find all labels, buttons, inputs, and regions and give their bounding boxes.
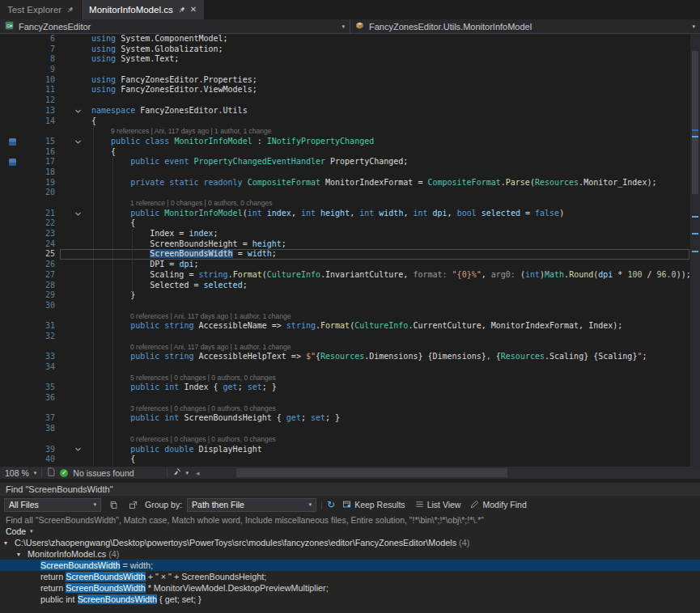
- match-context: + " × " + ScreenBoundsHeight;: [146, 572, 267, 581]
- group-label: C:\Users\zhaopengwang\Desktop\powertoys\…: [15, 538, 456, 547]
- copy-icon[interactable]: [106, 498, 121, 512]
- code-text: public int ScreenBoundsHeight { get; set…: [86, 413, 689, 424]
- scope-dropdown[interactable]: All Files ▾: [4, 498, 101, 512]
- navigation-bar: C# FancyZonesEditor ▾ FancyZonesEditor.U…: [0, 19, 700, 34]
- csharp-project-icon: C#: [5, 21, 14, 32]
- scroll-left-arrow-icon[interactable]: ◂: [193, 469, 202, 477]
- glyph-margin: [0, 75, 24, 86]
- list-view-icon: [415, 500, 424, 510]
- fold-margin: [60, 454, 86, 465]
- indent-guide: [132, 230, 133, 302]
- expander-icon[interactable]: ▾: [17, 551, 28, 558]
- code-editor[interactable]: 6using System.ComponentModel;7using Syst…: [0, 34, 689, 467]
- project-dropdown[interactable]: C# FancyZonesEditor ▾: [0, 19, 350, 33]
- scrollbar-thumb[interactable]: [692, 51, 698, 194]
- expander-icon[interactable]: ▾: [4, 539, 15, 547]
- line-number: [24, 198, 60, 209]
- glyph-margin: [0, 352, 24, 362]
- line-number: 21: [24, 209, 60, 219]
- codelens-text[interactable]: 5 references | 0 changes | 0 authors, 0 …: [86, 373, 689, 383]
- horizontal-scrollbar[interactable]: [207, 467, 700, 479]
- fold-margin: [60, 85, 86, 95]
- margin-indicator-icon[interactable]: [9, 159, 16, 166]
- fold-margin: [60, 424, 86, 434]
- results-tree[interactable]: ▾C:\Users\zhaopengwang\Desktop\powertoys…: [0, 537, 700, 613]
- codelens-text[interactable]: 0 references | Ani, 117 days ago | 1 aut…: [86, 311, 689, 322]
- codelens-text[interactable]: 0 references | Ani, 117 days ago | 1 aut…: [86, 342, 689, 353]
- groupby-dropdown[interactable]: Path then File ▾: [187, 498, 316, 512]
- modify-find-button[interactable]: Modify Find: [468, 498, 528, 512]
- fold-chevron-icon[interactable]: [60, 137, 86, 147]
- glyph-margin: [0, 188, 24, 198]
- type-dropdown[interactable]: FancyZonesEditor.Utils.MonitorInfoModel …: [350, 19, 700, 33]
- tab-test-explorer[interactable]: Test Explorer: [0, 0, 82, 19]
- result-match-row[interactable]: ScreenBoundsWidth = width;: [0, 560, 700, 571]
- fold-chevron-icon[interactable]: [60, 209, 86, 219]
- result-match-row[interactable]: public int ScreenBoundsWidth { get; set;…: [0, 594, 700, 605]
- code-text: [86, 362, 689, 373]
- code-text: public MonitorInfoModel(int index, int h…: [86, 209, 689, 219]
- search-result-mark: [692, 136, 698, 137]
- export-icon[interactable]: [125, 498, 140, 512]
- line-number: 8: [24, 54, 60, 65]
- editor-scrollbar[interactable]: [689, 34, 700, 467]
- code-text: using System.Globalization;: [86, 44, 689, 55]
- document-health-icon[interactable]: [47, 467, 55, 478]
- pin-icon[interactable]: [178, 6, 185, 14]
- code-text: public string AccessibleName => string.F…: [86, 321, 689, 332]
- codelens-text[interactable]: 3 references | 0 changes | 0 authors, 0 …: [86, 404, 689, 414]
- chevron-down-icon[interactable]: ▾: [692, 23, 695, 30]
- code-line: 7using System.Globalization;: [0, 44, 689, 55]
- refresh-icon[interactable]: ↻: [327, 500, 335, 509]
- close-icon[interactable]: ✕: [190, 6, 197, 14]
- codelens-text[interactable]: 0 references | 0 changes | 0 authors, 0 …: [86, 434, 689, 445]
- chevron-down-icon[interactable]: ▾: [34, 470, 37, 476]
- match-highlight: ScreenBoundsWidth: [40, 560, 120, 570]
- margin-indicator-icon[interactable]: [9, 138, 16, 146]
- fold-margin: [60, 126, 86, 137]
- code-text: using FancyZonesEditor.ViewModels;: [86, 85, 689, 95]
- codelens-row: 5 references | 0 changes | 0 authors, 0 …: [0, 373, 689, 383]
- health-status-text[interactable]: No issues found: [73, 468, 134, 478]
- glyph-margin: [0, 239, 24, 250]
- scope-value: All Files: [9, 500, 39, 509]
- result-match-row[interactable]: return ScreenBoundsWidth + " × " + Scree…: [0, 571, 700, 582]
- glyph-margin: [0, 424, 24, 434]
- match-highlight: ScreenBoundsWidth: [66, 583, 145, 593]
- glyph-margin: [0, 209, 24, 219]
- codelens-text[interactable]: 1 reference | 0 changes | 0 authors, 0 c…: [86, 198, 689, 209]
- fold-margin: [60, 116, 86, 127]
- code-text: [86, 65, 689, 75]
- glyph-margin: [0, 290, 24, 301]
- codelens-text[interactable]: 9 references | Ani, 117 days ago | 1 aut…: [86, 126, 689, 137]
- glyph-margin: [0, 321, 24, 332]
- zoom-level[interactable]: 108 %: [5, 468, 29, 478]
- glyph-margin: [0, 260, 24, 270]
- pin-icon[interactable]: [66, 6, 74, 14]
- results-filter-dropdown[interactable]: Code ▾: [0, 526, 700, 537]
- glyph-margin: [0, 434, 24, 445]
- code-text: [86, 332, 689, 342]
- result-group-row[interactable]: ▾MonitorInfoModel.cs (4): [0, 548, 700, 560]
- code-line: 34: [0, 362, 689, 373]
- chevron-down-icon[interactable]: ▾: [186, 470, 189, 476]
- indent-guide: [93, 126, 94, 466]
- tab-monitorinfomodel[interactable]: MonitorInfoModel.cs ✕: [82, 0, 204, 19]
- keep-results-toggle[interactable]: Keep Results: [340, 498, 407, 512]
- result-group-row[interactable]: ▾C:\Users\zhaopengwang\Desktop\powertoys…: [0, 537, 700, 548]
- fold-chevron-icon[interactable]: [60, 106, 86, 116]
- modify-find-icon: [470, 500, 479, 510]
- line-number: [24, 434, 60, 445]
- code-cleanup-broom-icon[interactable]: [172, 467, 181, 478]
- result-match-row[interactable]: return ScreenBoundsWidth * MonitorViewMo…: [0, 582, 700, 594]
- find-panel-title[interactable]: Find "ScreenBoundsWidth": [0, 483, 700, 496]
- glyph-margin: [0, 34, 24, 44]
- code-line: 29 }: [0, 290, 689, 301]
- fold-margin: [60, 65, 86, 75]
- list-view-toggle[interactable]: List View: [413, 498, 464, 512]
- scrollbar-thumb[interactable]: [236, 468, 507, 477]
- fold-chevron-icon[interactable]: [60, 445, 86, 455]
- chevron-down-icon[interactable]: ▾: [342, 23, 345, 30]
- glyph-margin: [0, 85, 24, 95]
- code-line: 18: [0, 167, 689, 178]
